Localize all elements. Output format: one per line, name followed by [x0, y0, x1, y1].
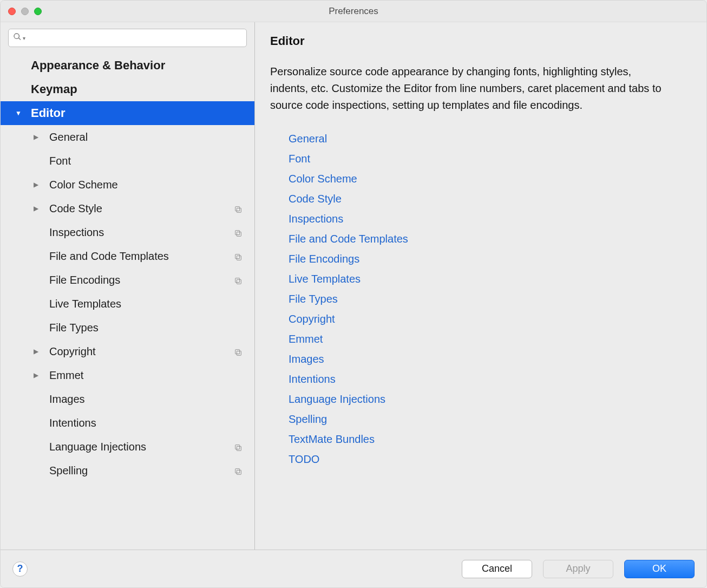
- tree-item-label: Emmet: [49, 369, 83, 382]
- scheme-icon: [234, 252, 243, 260]
- tree-item-label: Appearance & Behavior: [31, 58, 165, 73]
- link-emmet[interactable]: Emmet: [289, 329, 691, 349]
- tree-item-label: File Encodings: [49, 274, 120, 286]
- link-textmate-bundles[interactable]: TextMate Bundles: [289, 429, 691, 449]
- settings-tree: Appearance & BehaviorKeymap▼Editor▶Gener…: [1, 51, 254, 550]
- svg-rect-1: [235, 207, 240, 211]
- window-title: Preferences: [1, 6, 706, 17]
- scheme-icon: [234, 442, 243, 451]
- tree-item-label: Font: [49, 155, 71, 167]
- tree-item-label: Images: [49, 393, 85, 406]
- footer: ? Cancel Apply OK: [1, 550, 706, 587]
- svg-rect-3: [235, 231, 240, 235]
- svg-rect-8: [237, 351, 241, 355]
- svg-rect-12: [237, 470, 241, 474]
- help-button[interactable]: ?: [12, 561, 28, 577]
- tree-item-file-types[interactable]: File Types: [1, 316, 254, 339]
- tree-item-general[interactable]: ▶General: [1, 125, 254, 149]
- tree-item-copyright[interactable]: ▶Copyright: [1, 339, 254, 363]
- chevron-right-icon[interactable]: ▶: [32, 371, 40, 379]
- scheme-icon: [234, 466, 243, 475]
- svg-rect-13: [235, 469, 240, 473]
- link-file-types[interactable]: File Types: [289, 289, 691, 309]
- svg-rect-4: [237, 256, 241, 260]
- svg-rect-11: [235, 445, 240, 449]
- tree-item-spelling[interactable]: Spelling: [1, 459, 254, 482]
- tree-item-inspections[interactable]: Inspections: [1, 220, 254, 244]
- search-icon: [13, 32, 22, 43]
- svg-rect-10: [237, 446, 241, 450]
- tree-item-label: Spelling: [49, 465, 88, 477]
- cancel-button[interactable]: Cancel: [462, 560, 532, 578]
- link-code-style[interactable]: Code Style: [289, 189, 691, 209]
- tree-item-font[interactable]: Font: [1, 149, 254, 173]
- tree-item-editor[interactable]: ▼Editor: [1, 101, 254, 125]
- link-general[interactable]: General: [289, 129, 691, 149]
- tree-item-language-injections[interactable]: Language Injections: [1, 435, 254, 459]
- tree-item-label: Code Style: [49, 202, 102, 215]
- chevron-right-icon[interactable]: ▶: [32, 348, 40, 355]
- apply-button: Apply: [543, 560, 613, 578]
- tree-item-label: Intentions: [49, 417, 96, 429]
- tree-item-label: General: [49, 131, 88, 143]
- link-todo[interactable]: TODO: [289, 449, 691, 469]
- tree-item-label: File Types: [49, 322, 99, 334]
- page-title: Editor: [270, 34, 691, 48]
- link-file-encodings[interactable]: File Encodings: [289, 249, 691, 269]
- sidebar: ▾ Appearance & BehaviorKeymap▼Editor▶Gen…: [1, 22, 255, 550]
- subpage-links: GeneralFontColor SchemeCode StyleInspect…: [270, 129, 691, 469]
- tree-item-color-scheme[interactable]: ▶Color Scheme: [1, 173, 254, 197]
- svg-rect-5: [235, 254, 240, 259]
- content-area: ▾ Appearance & BehaviorKeymap▼Editor▶Gen…: [1, 22, 706, 550]
- link-file-and-code-templates[interactable]: File and Code Templates: [289, 229, 691, 249]
- svg-rect-2: [237, 232, 241, 236]
- chevron-right-icon[interactable]: ▶: [32, 205, 40, 212]
- tree-item-images[interactable]: Images: [1, 387, 254, 411]
- tree-item-file-encodings[interactable]: File Encodings: [1, 268, 254, 292]
- tree-item-intentions[interactable]: Intentions: [1, 411, 254, 435]
- link-copyright[interactable]: Copyright: [289, 309, 691, 329]
- chevron-down-icon[interactable]: ▼: [15, 109, 22, 117]
- ok-button[interactable]: OK: [624, 560, 695, 578]
- svg-rect-9: [235, 350, 240, 354]
- tree-item-label: Keymap: [31, 82, 77, 96]
- svg-rect-0: [237, 208, 241, 212]
- svg-rect-6: [237, 279, 241, 284]
- tree-item-label: Color Scheme: [49, 179, 118, 191]
- chevron-right-icon[interactable]: ▶: [32, 133, 40, 141]
- detail-pane: Editor Personalize source code appearanc…: [255, 22, 706, 550]
- preferences-window: Preferences ▾ Appearance & BehaviorKeyma…: [0, 0, 707, 588]
- link-live-templates[interactable]: Live Templates: [289, 269, 691, 289]
- chevron-right-icon[interactable]: ▶: [32, 181, 40, 188]
- tree-item-keymap[interactable]: Keymap: [1, 77, 254, 101]
- scheme-icon: [234, 276, 243, 284]
- tree-item-emmet[interactable]: ▶Emmet: [1, 363, 254, 387]
- search-input[interactable]: [29, 33, 242, 43]
- tree-item-file-and-code-templates[interactable]: File and Code Templates: [1, 244, 254, 268]
- tree-item-label: Live Templates: [49, 298, 121, 310]
- page-description: Personalize source code appearance by ch…: [270, 63, 671, 114]
- link-font[interactable]: Font: [289, 149, 691, 169]
- scheme-icon: [234, 204, 243, 213]
- link-intentions[interactable]: Intentions: [289, 369, 691, 389]
- link-language-injections[interactable]: Language Injections: [289, 389, 691, 409]
- search-dropdown-icon[interactable]: ▾: [23, 35, 25, 41]
- tree-item-label: Language Injections: [49, 441, 146, 453]
- svg-rect-7: [235, 278, 240, 283]
- tree-item-label: Editor: [31, 106, 66, 120]
- tree-item-label: Inspections: [49, 226, 104, 239]
- tree-item-label: File and Code Templates: [49, 250, 169, 263]
- link-spelling[interactable]: Spelling: [289, 409, 691, 429]
- titlebar: Preferences: [1, 1, 706, 22]
- search-field-container[interactable]: ▾: [8, 29, 247, 47]
- tree-item-code-style[interactable]: ▶Code Style: [1, 197, 254, 220]
- tree-item-label: Copyright: [49, 345, 96, 358]
- link-images[interactable]: Images: [289, 349, 691, 369]
- link-inspections[interactable]: Inspections: [289, 209, 691, 229]
- scheme-icon: [234, 228, 243, 237]
- link-color-scheme[interactable]: Color Scheme: [289, 169, 691, 189]
- scheme-icon: [234, 347, 243, 356]
- tree-item-appearance-behavior[interactable]: Appearance & Behavior: [1, 54, 254, 77]
- tree-item-live-templates[interactable]: Live Templates: [1, 292, 254, 316]
